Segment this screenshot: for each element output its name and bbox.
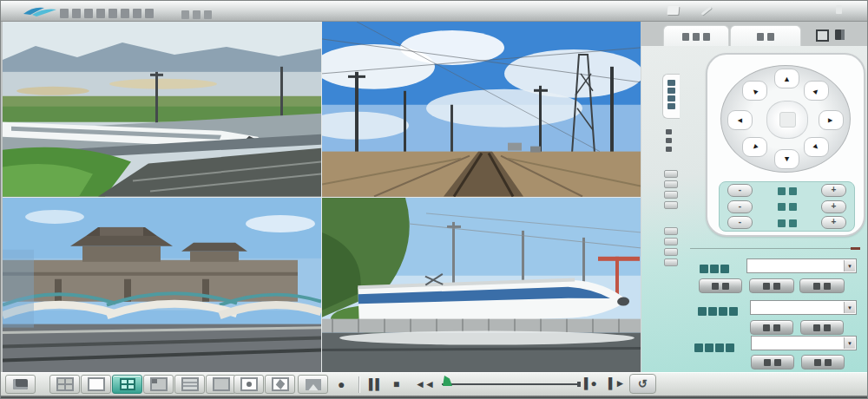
preset-set-button[interactable] [699,278,742,293]
seek-slider-track[interactable] [442,383,579,385]
track-stop-button[interactable] [801,355,845,370]
glyph-block [664,248,678,256]
glyph-block [108,9,117,18]
video-tile-4[interactable] [322,198,641,373]
glyph-block [703,33,710,41]
ptz-down-right-button[interactable]: ▲ [804,137,829,157]
pen-icon[interactable] [701,6,713,16]
ptz-up-left-button[interactable]: ▲ [742,81,767,101]
focus-far-button[interactable]: + [821,200,846,213]
split-16-button[interactable] [206,375,236,394]
glyph-block [825,359,832,366]
pause-button[interactable]: ▌▌ [369,376,382,392]
glyph-block [813,324,820,331]
page-icon[interactable] [816,29,829,42]
glyph-block [664,170,678,178]
video-tile-2[interactable] [322,22,641,197]
cruise-stop-button[interactable] [800,320,844,335]
glyph-block [60,9,69,18]
preset-call-button[interactable] [749,278,794,293]
rewind-button[interactable]: ◄◄ [415,376,434,392]
glyph-block [133,9,141,18]
cruise-start-button[interactable] [750,320,793,335]
focus-near-button[interactable]: - [727,200,753,213]
iris-close-button[interactable]: - [727,216,753,229]
book-icon[interactable] [835,29,845,40]
glyph-block [824,324,831,331]
cruise-stop-label [812,320,832,336]
glyph-block [729,307,738,316]
glyph-block [763,324,770,331]
ptz-up-right-button[interactable]: ▲ [804,81,829,101]
tab-ptz-control[interactable] [663,25,729,46]
ptz-down-button[interactable]: ▲ [774,149,799,169]
glyph-block [694,343,703,352]
picture-icon [306,379,321,390]
record-frame-button[interactable] [233,375,264,394]
side-tab-group-1[interactable] [664,167,678,212]
picture-button[interactable] [298,375,328,394]
chevron-down-icon[interactable]: ▼ [844,302,855,313]
preset-combobox[interactable]: ▼ [746,258,857,273]
stop-button[interactable]: ■ [393,376,398,392]
glyph-block [778,187,786,195]
zoom-row: - + [720,183,854,199]
ptz-center-home-button[interactable] [766,101,808,139]
separator-accent-mark [851,247,860,250]
glyph-block [72,9,81,18]
focus-row: - + [720,199,854,214]
glyph-block [773,283,780,290]
video-tile-3[interactable] [3,198,321,373]
single-view-icon [88,377,105,391]
grid-3x3-icon [181,377,199,391]
snapshot-button[interactable] [265,375,295,394]
ptz-card: ▲ ▲ ▲ ▲ ▲ ▲ ▲ ▲ - + [706,53,865,237]
split-4-gray-button[interactable] [49,375,80,394]
ptz-up-button[interactable]: ▲ [774,69,799,88]
play-button[interactable]: ▌► [608,376,624,391]
glyph-block [664,180,678,188]
glyph-block [666,138,672,143]
control-panel: ▲ ▲ ▲ ▲ ▲ ▲ ▲ ▲ - + [641,22,868,372]
side-tab-ptz[interactable] [662,74,680,119]
tab-preset-settings[interactable] [730,25,801,46]
split-1-plus-5-button[interactable] [143,375,174,394]
track-label [694,339,735,355]
zoom-in-button[interactable]: + [821,184,846,197]
cruise-combobox[interactable]: ▼ [750,300,857,315]
glyph-block [96,9,105,18]
monitor-button[interactable] [5,375,36,394]
preset-delete-button[interactable] [799,278,845,293]
record-button[interactable]: ● [338,376,344,392]
preset-set-label [710,278,731,294]
chevron-down-icon[interactable]: ▼ [844,337,855,349]
ptz-right-button[interactable]: ▲ [819,110,844,130]
glyph-block [667,88,675,94]
glyph-block [722,283,729,290]
track-start-button[interactable] [751,355,794,370]
video-tile-1[interactable] [3,22,321,197]
glyph-block [84,9,93,18]
grid-2x2-active-icon [120,378,135,390]
side-tab-cruise[interactable] [666,126,672,155]
step-button[interactable]: ▌● [584,376,596,391]
split-9-button[interactable] [174,375,205,394]
camera-feed-2 [322,22,641,197]
zoom-out-button[interactable]: - [727,184,753,197]
ptz-down-left-button[interactable]: ▲ [742,137,767,157]
glyph-block [708,307,717,316]
glyph-block [720,265,729,273]
split-1-button[interactable] [81,375,111,394]
toolbar-separator [358,376,359,393]
iris-open-button[interactable]: + [821,216,846,229]
flag-icon[interactable] [667,6,679,15]
chevron-down-icon[interactable]: ▼ [844,260,855,271]
glyph-block [764,359,771,366]
glyph-block [778,219,786,227]
track-combobox[interactable]: ▼ [751,336,857,350]
zoom-label [776,183,799,199]
split-4-button-active[interactable] [112,375,142,394]
side-tab-group-2[interactable] [664,225,678,269]
ptz-left-button[interactable]: ▲ [727,110,753,130]
replay-button[interactable]: ↺ [629,374,656,394]
